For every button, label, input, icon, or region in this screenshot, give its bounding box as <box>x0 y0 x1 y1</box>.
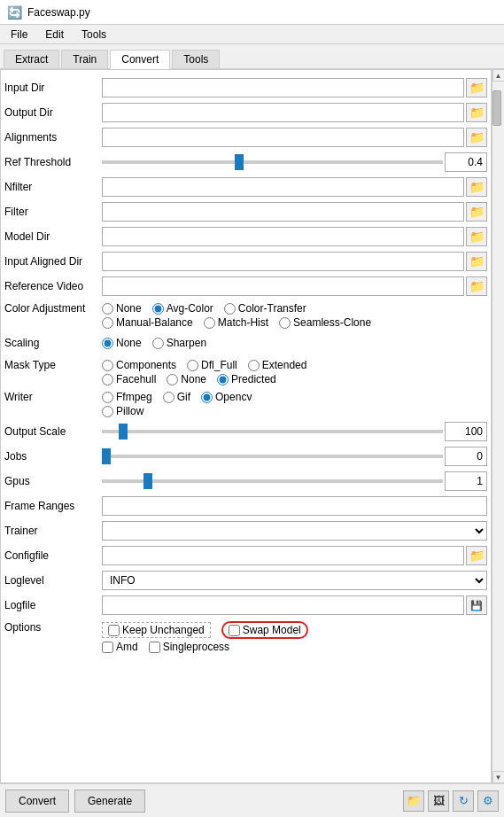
output-dir-field[interactable] <box>102 103 464 122</box>
frame-ranges-control <box>102 496 487 516</box>
model-dir-browse-btn[interactable]: 📁 <box>466 227 487 246</box>
scroll-down-arrow[interactable]: ▼ <box>492 771 505 783</box>
menu-tools[interactable]: Tools <box>74 27 113 43</box>
menu-file[interactable]: File <box>4 27 35 43</box>
model-dir-field[interactable] <box>102 227 464 246</box>
logfile-field[interactable] <box>102 595 464 615</box>
singleprocess-checkbox[interactable] <box>149 642 160 653</box>
amd-checkbox[interactable] <box>102 642 113 653</box>
nfilter-browse-btn[interactable]: 📁 <box>466 177 487 197</box>
bottom-image-btn[interactable]: 🖼 <box>428 790 449 812</box>
color-manual-radio[interactable] <box>102 317 113 329</box>
tab-tools[interactable]: Tools <box>172 50 220 68</box>
bottom-settings-btn[interactable]: ⚙ <box>477 790 499 812</box>
writer-opencv-radio[interactable] <box>201 392 213 403</box>
mask-facehull-radio[interactable] <box>102 374 113 385</box>
loglevel-row: Loglevel INFO DEBUG WARNING ERROR <box>4 570 487 591</box>
output-scale-value[interactable] <box>445 422 487 441</box>
scaling-sharpen-label[interactable]: Sharpen <box>152 337 206 349</box>
color-match-radio[interactable] <box>204 317 215 329</box>
scaling-none-label[interactable]: None <box>102 337 142 349</box>
mask-predicted-radio[interactable] <box>217 374 229 385</box>
alignments-browse-btn[interactable]: 📁 <box>466 128 487 147</box>
keep-unchanged-label[interactable]: Keep Unchanged <box>102 622 211 638</box>
writer-pillow-label[interactable]: Pillow <box>102 405 143 417</box>
writer-gif-label[interactable]: Gif <box>163 391 190 403</box>
ref-threshold-slider[interactable] <box>102 160 443 164</box>
input-aligned-dir-field[interactable] <box>102 252 464 271</box>
color-match-label[interactable]: Match-Hist <box>204 316 268 329</box>
ref-threshold-value[interactable] <box>445 152 487 172</box>
loglevel-select[interactable]: INFO DEBUG WARNING ERROR <box>102 571 487 590</box>
bottom-folder-btn[interactable]: 📁 <box>403 790 424 812</box>
reference-video-field[interactable] <box>102 276 464 296</box>
mask-predicted-label[interactable]: Predicted <box>217 373 276 385</box>
swap-model-checkbox[interactable] <box>229 625 240 636</box>
jobs-value[interactable] <box>445 447 487 466</box>
menu-edit[interactable]: Edit <box>38 27 71 43</box>
reference-video-browse-btn[interactable]: 📁 <box>466 276 487 296</box>
swap-model-label[interactable]: Swap Model <box>229 624 301 636</box>
logfile-save-btn[interactable]: 💾 <box>466 595 487 615</box>
mask-dfl-label[interactable]: Dfl_Full <box>187 359 237 371</box>
scroll-up-arrow[interactable]: ▲ <box>492 69 505 82</box>
gpus-slider[interactable] <box>102 479 443 483</box>
color-manual-label[interactable]: Manual-Balance <box>102 316 193 329</box>
writer-ffmpeg-label[interactable]: Ffmpeg <box>102 391 152 403</box>
bottom-refresh-btn[interactable]: ↻ <box>453 790 474 812</box>
mask-extended-label[interactable]: Extended <box>248 359 307 371</box>
keep-unchanged-checkbox[interactable] <box>108 625 120 636</box>
input-aligned-dir-browse-btn[interactable]: 📁 <box>466 252 487 271</box>
writer-ffmpeg-radio[interactable] <box>102 392 113 403</box>
filter-browse-btn[interactable]: 📁 <box>466 202 487 222</box>
color-none-radio[interactable] <box>102 303 113 315</box>
output-dir-browse-btn[interactable]: 📁 <box>466 103 487 122</box>
mask-extended-radio[interactable] <box>248 360 260 371</box>
color-seamless-label[interactable]: Seamless-Clone <box>279 316 371 329</box>
mask-none-radio[interactable] <box>167 374 178 385</box>
jobs-label: Jobs <box>4 450 102 463</box>
output-scale-slider[interactable] <box>102 430 443 433</box>
amd-label[interactable]: Amd <box>102 641 138 653</box>
trainer-select[interactable] <box>102 521 487 541</box>
jobs-slider[interactable] <box>102 455 443 458</box>
configfile-field[interactable] <box>102 546 464 565</box>
scaling-sharpen-radio[interactable] <box>152 338 164 349</box>
color-avg-label[interactable]: Avg-Color <box>152 302 213 315</box>
scrollbar[interactable]: ▲ ▼ <box>492 69 504 783</box>
input-aligned-dir-control: 📁 <box>102 252 487 271</box>
scroll-thumb[interactable] <box>492 90 501 126</box>
configfile-browse-btn[interactable]: 📁 <box>466 546 487 565</box>
writer-opencv-label[interactable]: Opencv <box>201 391 252 403</box>
mask-components-label[interactable]: Components <box>102 359 176 371</box>
gpus-value[interactable] <box>445 471 487 491</box>
ref-threshold-row: Ref Threshold <box>4 152 487 173</box>
filter-field[interactable] <box>102 202 464 222</box>
writer-gif-radio[interactable] <box>163 392 174 403</box>
model-dir-control: 📁 <box>102 227 487 246</box>
color-seamless-radio[interactable] <box>279 317 291 329</box>
input-dir-field[interactable] <box>102 78 464 97</box>
tab-extract[interactable]: Extract <box>4 50 59 68</box>
frame-ranges-field[interactable] <box>102 496 487 516</box>
input-dir-browse-btn[interactable]: 📁 <box>466 78 487 97</box>
mask-facehull-label[interactable]: Facehull <box>102 373 156 385</box>
alignments-field[interactable] <box>102 128 464 147</box>
writer-pillow-radio[interactable] <box>102 406 113 417</box>
color-transfer-radio[interactable] <box>224 303 236 315</box>
color-none-label[interactable]: None <box>102 302 142 315</box>
scaling-none-radio[interactable] <box>102 338 113 349</box>
color-transfer-label[interactable]: Color-Transfer <box>224 302 306 315</box>
mask-none-label[interactable]: None <box>167 373 206 385</box>
generate-button[interactable]: Generate <box>74 790 145 813</box>
tab-convert[interactable]: Convert <box>110 50 170 69</box>
singleprocess-label[interactable]: Singleprocess <box>149 641 229 653</box>
color-avg-radio[interactable] <box>152 303 164 315</box>
loglevel-control: INFO DEBUG WARNING ERROR <box>102 571 487 590</box>
loglevel-label: Loglevel <box>4 574 102 587</box>
nfilter-field[interactable] <box>102 177 464 197</box>
mask-components-radio[interactable] <box>102 360 113 371</box>
tab-train[interactable]: Train <box>61 50 108 68</box>
mask-dfl-radio[interactable] <box>187 360 198 371</box>
convert-button[interactable]: Convert <box>5 790 69 813</box>
